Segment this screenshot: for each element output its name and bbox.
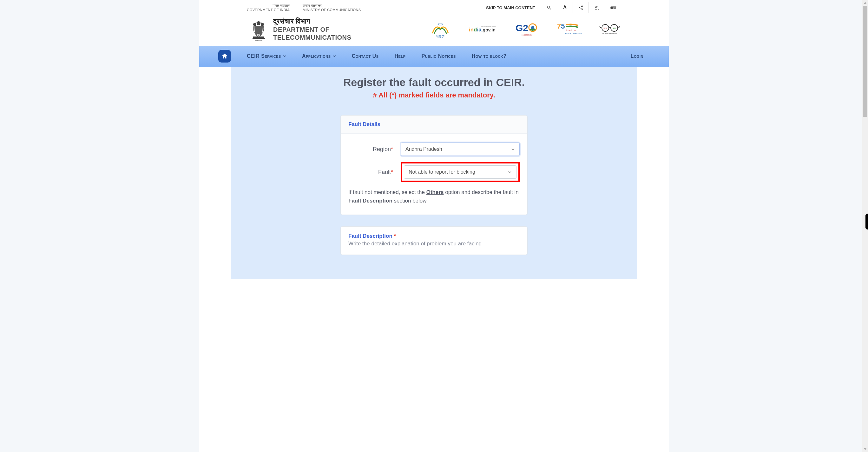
nav-applications[interactable]: Applications (302, 53, 336, 59)
svg-text:india.gov.in: india.gov.in (469, 27, 496, 33)
nav-help[interactable]: Help (395, 53, 406, 59)
azadi-mahotsav-logo[interactable]: 75 AzadiKa AmritMahotsav (556, 21, 582, 37)
sanchar-saathi-logo[interactable]: SANCHAR SAATHI (429, 21, 452, 37)
brand-text: दूरसंचार विभाग DEPARTMENT OF TELECOMMUNI… (273, 17, 351, 41)
card-body: Region* Andhra Pradesh Fault* (341, 133, 527, 215)
font-size-button[interactable]: A (557, 2, 572, 13)
required-star: * (391, 146, 393, 152)
partner-logos: SANCHAR SAATHI india.gov.in The national… (429, 21, 621, 37)
nav-contact-us[interactable]: Contact Us (352, 53, 379, 59)
nav-item-label: CEIR Services (247, 53, 281, 59)
scroll-up-button[interactable] (862, 0, 868, 6)
card-header-title: Fault Details (348, 121, 520, 128)
skip-to-main-link[interactable]: SKIP TO MAIN CONTENT (480, 3, 541, 13)
svg-text:सत्यमेव जयते: सत्यमेव जयते (254, 39, 262, 41)
svg-text:Mahotsav: Mahotsav (572, 32, 582, 35)
fault-description-card: Fault Description * Write the detailed e… (340, 226, 528, 255)
scroll-down-button[interactable] (862, 446, 868, 452)
nav-item-label: Public Notices (421, 53, 456, 59)
svg-text:SAATHI: SAATHI (437, 36, 443, 38)
nav-item-label: Contact Us (352, 53, 379, 59)
nav-public-notices[interactable]: Public Notices (421, 53, 456, 59)
fault-label: Fault* (348, 169, 401, 176)
chevron-down-icon (511, 147, 515, 151)
svg-text:75: 75 (557, 22, 565, 30)
content-area: Register the fault occurred in CEIR. # A… (231, 67, 637, 279)
section-title-row: Fault Description * (348, 233, 520, 239)
spectacles-logo[interactable]: स्वच्छ भारत एक कदम स्वच्छता की ओर (599, 21, 621, 37)
nav-item-label: Help (395, 53, 406, 59)
ministry-label: संचार मंत्रालय MINISTRY OF COMMUNICATION… (303, 3, 367, 12)
region-label: Region* (348, 146, 401, 153)
chevron-down-icon (333, 55, 336, 58)
fault-select-wrap: Not able to report for blocking (401, 162, 520, 182)
svg-point-4 (257, 21, 260, 25)
svg-text:Amrit: Amrit (565, 32, 571, 35)
fault-row: Fault* Not able to report for blocking (348, 165, 520, 179)
svg-point-21 (531, 26, 534, 29)
fault-details-card: Fault Details Region* Andhra Pradesh (340, 115, 528, 215)
g20-logo[interactable]: G2 भारत 2023 INDIA (515, 21, 539, 37)
svg-rect-1 (252, 38, 265, 39)
nav-item-label: How to block? (472, 53, 507, 59)
sitemap-icon (594, 5, 599, 10)
fault-value: Not able to report for blocking (409, 169, 475, 175)
svg-text:Ka: Ka (574, 30, 577, 31)
top-bar-right: SKIP TO MAIN CONTENT A भाषा (480, 2, 621, 13)
share-icon (578, 5, 583, 10)
nav-ceir-services[interactable]: CEIR Services (247, 53, 286, 59)
fault-description-hint: Write the detailed explanation of proble… (348, 241, 520, 247)
region-select[interactable]: Andhra Pradesh (401, 143, 520, 156)
dept-name-line2: TELECOMMUNICATIONS (273, 34, 351, 41)
svg-rect-12 (439, 23, 442, 25)
svg-text:एक कदम स्वच्छता की ओर: एक कदम स्वच्छता की ओर (602, 33, 617, 35)
chevron-up-icon (864, 1, 867, 4)
gov-eng: GOVERNMENT OF INDIA (247, 8, 290, 12)
required-star: * (391, 169, 393, 175)
home-icon (221, 53, 228, 60)
ministry-eng: MINISTRY OF COMMUNICATIONS (303, 8, 361, 12)
chevron-down-icon (508, 170, 512, 174)
ministry-hindi: संचार मंत्रालय (303, 3, 361, 8)
share-button[interactable] (572, 2, 589, 13)
side-feedback-tab[interactable] (865, 214, 868, 230)
top-bar: भारत सरकार GOVERNMENT OF INDIA संचार मंत… (199, 0, 669, 14)
page-title: Register the fault occurred in CEIR. (231, 76, 637, 89)
scroll-thumb[interactable] (863, 6, 867, 117)
required-star: * (394, 233, 396, 239)
others-link[interactable]: Others (426, 189, 444, 195)
header-row: सत्यमेव जयते दूरसंचार विभाग DEPARTMENT O… (199, 14, 669, 46)
gov-hindi: भारत सरकार (247, 3, 290, 8)
svg-point-5 (253, 23, 256, 26)
fault-hint-text: If fault not mentioned, select the Other… (348, 188, 520, 205)
language-selector[interactable]: भाषा (604, 5, 621, 10)
fault-description-title: Fault Description (348, 233, 394, 239)
svg-point-13 (438, 24, 439, 25)
region-value: Andhra Pradesh (405, 146, 442, 152)
nav-how-to-block[interactable]: How to block? (472, 53, 507, 59)
svg-text:भारत: भारत (613, 27, 616, 29)
search-icon (547, 5, 552, 10)
dept-name-line1: DEPARTMENT OF (273, 26, 351, 33)
top-bar-left: भारत सरकार GOVERNMENT OF INDIA संचार मंत… (247, 3, 367, 12)
fault-select[interactable]: Not able to report for blocking (404, 165, 517, 179)
national-emblem-icon: सत्यमेव जयते (250, 18, 268, 41)
login-link[interactable]: Login (631, 53, 643, 59)
chevron-down-icon (283, 55, 286, 58)
desc-card-body: Fault Description * Write the detailed e… (341, 227, 527, 254)
search-button[interactable] (541, 2, 557, 13)
svg-point-14 (442, 24, 443, 25)
nav-menu: CEIR Services Applications Contact Us He… (247, 53, 631, 59)
dept-name-hindi: दूरसंचार विभाग (273, 17, 351, 25)
brand-block: सत्यमेव जयते दूरसंचार विभाग DEPARTMENT O… (250, 17, 351, 41)
svg-point-6 (261, 23, 264, 26)
svg-text:भारत 2023 INDIA: भारत 2023 INDIA (521, 34, 533, 36)
gov-label: भारत सरकार GOVERNMENT OF INDIA (247, 3, 296, 12)
svg-text:G2: G2 (516, 23, 528, 33)
home-button[interactable] (218, 50, 231, 63)
india-gov-logo[interactable]: india.gov.in The national portal of Indi… (469, 21, 497, 37)
sitemap-button[interactable] (589, 2, 604, 13)
svg-text:स्वच्छ: स्वच्छ (603, 27, 607, 29)
nav-item-label: Applications (302, 53, 331, 59)
mandatory-note: # All (*) marked fields are mandatory. (231, 91, 637, 99)
